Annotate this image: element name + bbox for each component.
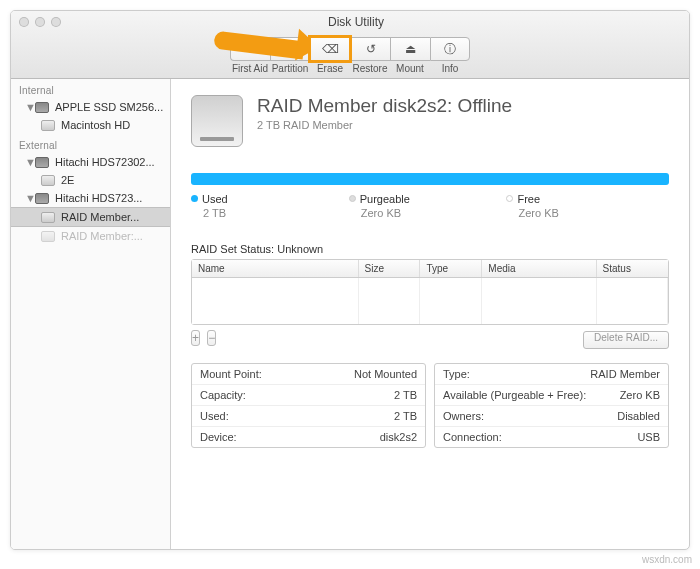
info-val: Not Mounted: [354, 368, 417, 380]
sidebar-item-label: APPLE SSD SM256...: [55, 101, 163, 113]
info-val: 2 TB: [394, 389, 417, 401]
info-key: Available (Purgeable + Free):: [443, 389, 586, 401]
purgeable-label: Purgeable: [360, 193, 410, 205]
titlebar: Disk Utility ✚ ◐ ⌫ ↺ ⏏ ⓘ First Aid Parti…: [11, 11, 689, 79]
sidebar-item-hitachi-1[interactable]: ▼Hitachi HDS72302...: [11, 153, 170, 171]
sidebar-item-label: RAID Member...: [61, 211, 139, 223]
mount-button[interactable]: ⏏: [390, 37, 430, 61]
toolbar: ✚ ◐ ⌫ ↺ ⏏ ⓘ: [11, 33, 689, 63]
usage-bar: [191, 173, 669, 185]
col-type[interactable]: Type: [420, 260, 482, 277]
sidebar-item-raid-member-2[interactable]: RAID Member:...: [11, 227, 170, 245]
add-button[interactable]: +: [191, 330, 200, 346]
mount-icon: ⏏: [405, 42, 416, 56]
restore-label: Restore: [350, 63, 390, 74]
delete-raid-button[interactable]: Delete RAID...: [583, 331, 669, 349]
info-val: 2 TB: [394, 410, 417, 422]
info-icon: ⓘ: [444, 41, 456, 58]
used-label: Used: [202, 193, 228, 205]
drive-icon: [35, 193, 49, 204]
restore-button[interactable]: ↺: [350, 37, 390, 61]
drive-large-icon: [191, 95, 243, 147]
used-dot-icon: [191, 195, 198, 202]
sidebar-item-label: RAID Member:...: [61, 230, 143, 242]
info-key: Mount Point:: [200, 368, 262, 380]
drive-icon: [35, 157, 49, 168]
app-window: Disk Utility ✚ ◐ ⌫ ↺ ⏏ ⓘ First Aid Parti…: [10, 10, 690, 550]
erase-label: Erase: [310, 63, 350, 74]
info-key: Type:: [443, 368, 470, 380]
info-key: Owners:: [443, 410, 484, 422]
partition-label: Partition: [270, 63, 310, 74]
volume-subtitle: 2 TB RAID Member: [257, 119, 512, 131]
sidebar-item-apple-ssd[interactable]: ▼APPLE SSD SM256...: [11, 98, 170, 116]
info-val: Disabled: [617, 410, 660, 422]
sidebar-item-hitachi-2[interactable]: ▼Hitachi HDS723...: [11, 189, 170, 207]
erase-icon: ⌫: [322, 42, 339, 56]
volume-icon: [41, 175, 55, 186]
info-key: Device:: [200, 431, 237, 443]
watermark: wsxdn.com: [642, 554, 692, 565]
volume-icon: [41, 231, 55, 242]
col-status[interactable]: Status: [597, 260, 668, 277]
free-label: Free: [517, 193, 540, 205]
info-key: Used:: [200, 410, 229, 422]
disclosure-triangle-icon[interactable]: ▼: [25, 156, 29, 168]
free-value: Zero KB: [506, 207, 664, 219]
sidebar-item-label: Hitachi HDS72302...: [55, 156, 155, 168]
sidebar-section-external: External: [11, 134, 170, 153]
close-window-button[interactable]: [19, 17, 29, 27]
usage-legend: Used2 TB PurgeableZero KB FreeZero KB: [191, 193, 669, 219]
main-content: RAID Member disk2s2: Offline 2 TB RAID M…: [171, 79, 689, 549]
info-key: Connection:: [443, 431, 502, 443]
used-value: 2 TB: [191, 207, 349, 219]
window-title: Disk Utility: [31, 15, 681, 29]
disclosure-triangle-icon[interactable]: ▼: [25, 192, 29, 204]
sidebar-item-label: 2E: [61, 174, 74, 186]
restore-icon: ↺: [366, 42, 376, 56]
col-size[interactable]: Size: [359, 260, 421, 277]
raid-status-label: RAID Set Status: Unknown: [191, 243, 669, 255]
sidebar-item-2e[interactable]: 2E: [11, 171, 170, 189]
toolbar-labels: First Aid Partition Erase Restore Mount …: [11, 63, 689, 78]
col-name[interactable]: Name: [192, 260, 359, 277]
sidebar-item-raid-member-selected[interactable]: RAID Member...: [11, 207, 170, 227]
free-dot-icon: [506, 195, 513, 202]
erase-button[interactable]: ⌫: [310, 37, 350, 61]
info-box-left: Mount Point:Not Mounted Capacity:2 TB Us…: [191, 363, 426, 448]
info-label: Info: [430, 63, 470, 74]
info-val: Zero KB: [620, 389, 660, 401]
purgeable-dot-icon: [349, 195, 356, 202]
sidebar-item-macintosh-hd[interactable]: Macintosh HD: [11, 116, 170, 134]
info-val: disk2s2: [380, 431, 417, 443]
disclosure-triangle-icon[interactable]: ▼: [25, 101, 29, 113]
info-val: RAID Member: [590, 368, 660, 380]
drive-icon: [35, 102, 49, 113]
raid-table: Name Size Type Media Status: [191, 259, 669, 325]
info-button[interactable]: ⓘ: [430, 37, 470, 61]
sidebar-item-label: Hitachi HDS723...: [55, 192, 142, 204]
raid-table-body: [192, 278, 668, 324]
volume-title: RAID Member disk2s2: Offline: [257, 95, 512, 117]
first-aid-label: First Aid: [230, 63, 270, 74]
sidebar-item-label: Macintosh HD: [61, 119, 130, 131]
info-key: Capacity:: [200, 389, 246, 401]
volume-icon: [41, 212, 55, 223]
sidebar-section-internal: Internal: [11, 79, 170, 98]
info-box-right: Type:RAID Member Available (Purgeable + …: [434, 363, 669, 448]
purgeable-value: Zero KB: [349, 207, 507, 219]
mount-label: Mount: [390, 63, 430, 74]
volume-icon: [41, 120, 55, 131]
col-media[interactable]: Media: [482, 260, 596, 277]
remove-button[interactable]: −: [207, 330, 216, 346]
info-val: USB: [637, 431, 660, 443]
sidebar: Internal ▼APPLE SSD SM256... Macintosh H…: [11, 79, 171, 549]
